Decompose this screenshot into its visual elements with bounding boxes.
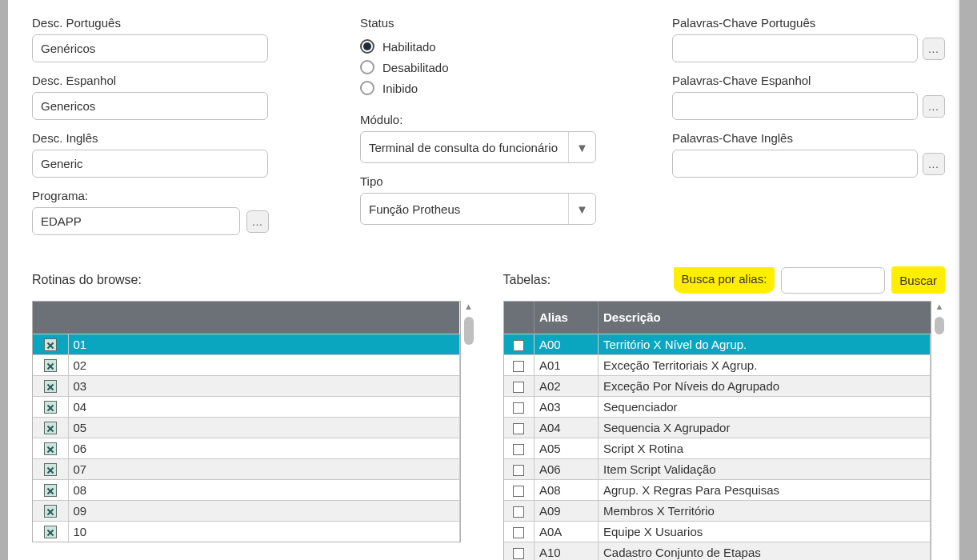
- table-row[interactable]: 08: [33, 479, 459, 500]
- row-checkbox-cell[interactable]: [33, 500, 68, 521]
- row-checkbox-cell[interactable]: [504, 521, 535, 542]
- kw-en-input[interactable]: [672, 150, 918, 178]
- kw-es-input[interactable]: [672, 92, 918, 120]
- radio-icon: [360, 39, 374, 54]
- table-row[interactable]: A06Item Script Validação: [504, 458, 931, 479]
- checkbox-unchecked-icon: [513, 506, 524, 518]
- table-row[interactable]: A10Cadastro Conjunto de Etapas: [504, 542, 931, 560]
- rotina-code-cell: 03: [68, 375, 459, 396]
- programa-input[interactable]: [32, 207, 240, 235]
- tabelas-header-descricao[interactable]: Descrição: [599, 302, 931, 334]
- checkbox-checked-icon: [44, 526, 57, 538]
- table-row[interactable]: A02Exceção Por Níveis do Agrupado: [504, 375, 931, 396]
- row-checkbox-cell[interactable]: [504, 479, 535, 500]
- row-checkbox-cell[interactable]: [504, 458, 535, 479]
- rotinas-panel: Rotinas do browse: 01020304050607080910: [32, 267, 474, 560]
- kw-pt-lookup-button[interactable]: …: [923, 38, 945, 60]
- table-row[interactable]: A05Script X Rotina: [504, 438, 931, 458]
- scroll-thumb[interactable]: [935, 317, 944, 334]
- tabelas-scrollbar[interactable]: ▲: [934, 301, 945, 549]
- table-row[interactable]: 10: [33, 521, 459, 542]
- row-checkbox-cell[interactable]: [33, 354, 68, 375]
- row-checkbox-cell[interactable]: [504, 396, 535, 417]
- rotinas-grid[interactable]: 01020304050607080910: [32, 301, 461, 542]
- row-checkbox-cell[interactable]: [504, 542, 535, 560]
- table-row[interactable]: 03: [33, 375, 459, 396]
- desc-en-input[interactable]: [32, 150, 268, 178]
- tabela-descricao-cell: Cadastro Conjunto de Etapas: [599, 542, 931, 560]
- checkbox-unchecked-icon: [513, 486, 524, 497]
- row-checkbox-cell[interactable]: [33, 479, 68, 500]
- tabela-descricao-cell: Exceção Territoriais X Agrup.: [599, 354, 931, 375]
- checkbox-unchecked-icon: [513, 423, 524, 434]
- table-row[interactable]: A03Sequenciador: [504, 396, 931, 417]
- row-checkbox-cell[interactable]: [33, 396, 68, 417]
- programa-label: Programa:: [32, 189, 312, 202]
- kw-en-lookup-button[interactable]: …: [923, 153, 945, 175]
- table-row[interactable]: A0AEquipe X Usuarios: [504, 521, 931, 542]
- programa-lookup-button[interactable]: …: [246, 210, 269, 233]
- rotinas-scrollbar[interactable]: ▲: [463, 301, 474, 541]
- rotina-code-cell: 08: [68, 479, 459, 500]
- table-row[interactable]: 02: [33, 354, 459, 375]
- ellipsis-icon: …: [928, 158, 940, 170]
- tabela-alias-cell: A08: [535, 479, 599, 500]
- table-row[interactable]: A09Membros X Território: [504, 500, 931, 521]
- chevron-down-icon: ▼: [568, 194, 595, 224]
- alias-search-input[interactable]: [781, 267, 885, 294]
- tabela-alias-cell: A09: [535, 500, 599, 521]
- row-checkbox-cell[interactable]: [504, 334, 535, 354]
- modulo-select[interactable]: Terminal de consulta do funcionário ▼: [360, 131, 596, 163]
- row-checkbox-cell[interactable]: [504, 417, 535, 438]
- scroll-up-icon: ▲: [934, 301, 945, 312]
- rotina-code-cell: 10: [68, 521, 459, 542]
- tabela-descricao-cell: Item Script Validação: [599, 458, 931, 479]
- kw-pt-label: Palavras-Chave Português: [672, 16, 945, 30]
- table-row[interactable]: 01: [33, 334, 459, 354]
- alias-search-button[interactable]: Buscar: [891, 266, 945, 294]
- kw-en-label: Palavras-Chave Inglês: [672, 131, 945, 145]
- table-row[interactable]: 07: [33, 458, 459, 479]
- row-checkbox-cell[interactable]: [504, 375, 535, 396]
- row-checkbox-cell[interactable]: [33, 375, 68, 396]
- table-row[interactable]: A01Exceção Territoriais X Agrup.: [504, 354, 931, 375]
- ellipsis-icon: …: [928, 42, 940, 55]
- row-checkbox-cell[interactable]: [504, 500, 535, 521]
- rotina-code-cell: 02: [68, 354, 459, 375]
- row-checkbox-cell[interactable]: [504, 354, 535, 375]
- app-window: Desc. Português Desc. Espanhol Desc. Ing…: [0, 0, 977, 560]
- table-row[interactable]: A04Sequencia X Agrupador: [504, 417, 931, 438]
- checkbox-checked-icon: [44, 505, 57, 518]
- table-row[interactable]: A00Território X Nível do Agrup.: [504, 334, 931, 354]
- row-checkbox-cell[interactable]: [33, 521, 68, 542]
- table-row[interactable]: 04: [33, 396, 459, 417]
- status-radio-habilitado[interactable]: Habilitado: [360, 36, 624, 57]
- alias-search-group: Busca por alias: Buscar: [674, 266, 945, 294]
- tipo-select[interactable]: Função Protheus ▼: [360, 193, 596, 225]
- radio-icon: [360, 81, 374, 95]
- row-checkbox-cell[interactable]: [33, 334, 68, 354]
- desc-es-input[interactable]: [32, 92, 268, 120]
- tabelas-grid[interactable]: Alias Descrição A00Território X Nível do…: [503, 301, 932, 560]
- table-row[interactable]: 05: [33, 417, 459, 438]
- table-row[interactable]: 09: [33, 500, 459, 521]
- row-checkbox-cell[interactable]: [504, 438, 535, 458]
- table-row[interactable]: 06: [33, 438, 459, 458]
- checkbox-checked-icon: [44, 359, 57, 372]
- scroll-thumb[interactable]: [464, 317, 474, 345]
- desc-pt-input[interactable]: [32, 34, 268, 62]
- right-shadow: [955, 0, 959, 560]
- checkbox-unchecked-icon: [513, 548, 524, 559]
- kw-es-lookup-button[interactable]: …: [923, 95, 945, 118]
- row-checkbox-cell[interactable]: [33, 417, 68, 438]
- row-checkbox-cell[interactable]: [33, 458, 68, 479]
- scroll-up-icon: ▲: [463, 301, 474, 312]
- tabela-alias-cell: A05: [535, 438, 599, 458]
- tabela-descricao-cell: Membros X Território: [599, 500, 931, 521]
- status-radio-inibido[interactable]: Inibido: [360, 78, 624, 98]
- status-radio-desabilitado[interactable]: Desabilitado: [360, 57, 624, 78]
- table-row[interactable]: A08Agrup. X Regras Para Pesquisas: [504, 479, 931, 500]
- tabelas-header-alias[interactable]: Alias: [535, 302, 599, 334]
- kw-pt-input[interactable]: [672, 34, 918, 62]
- row-checkbox-cell[interactable]: [33, 438, 68, 458]
